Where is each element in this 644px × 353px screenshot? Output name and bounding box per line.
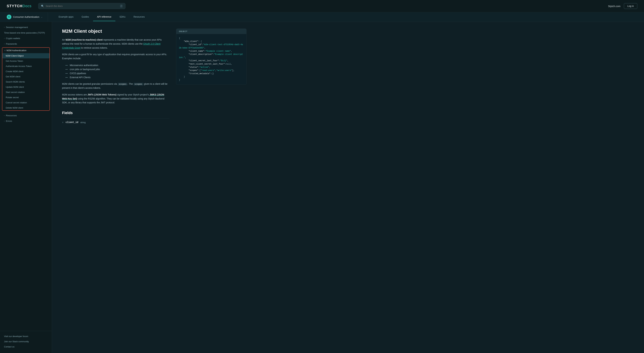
code-content: { "m2m_client": { "client_id":"m2m-clien… (176, 34, 246, 85)
nav-context-chevron-icon: ⌄ (41, 16, 42, 18)
sidebar-item-label: Passwords (6, 43, 17, 45)
sidebar-footer-developer-forum[interactable]: Visit our developer forum (0, 334, 52, 339)
sidebar-item-label: Time-based one-time passcodes (TOTP) (4, 32, 45, 34)
list-item: — cron jobs or background jobs (66, 67, 170, 71)
content-description-4: M2M access tokens are JWTs (JSON Web Tok… (62, 93, 170, 105)
sidebar-item-resources[interactable]: › Resources (0, 113, 52, 118)
bullet-dash: — (66, 76, 68, 79)
tab-example-apps[interactable]: Example apps (54, 13, 78, 21)
content-inner: M2M Client object An M2M (machine-to-mac… (62, 29, 246, 126)
login-button[interactable]: Log in (624, 3, 637, 9)
list-item: — CI/CD pipelines (66, 71, 170, 75)
logo-docs: Docs (22, 4, 32, 8)
sidebar-sub-item-label: Start secret rotation (6, 91, 25, 94)
content-description-1: An M2M (machine-to-machine) client repre… (62, 38, 170, 50)
sidebar-item-get-m2m-client[interactable]: Get M2M client (2, 74, 50, 79)
sidebar-item-create-m2m-client[interactable]: Create M2M client (2, 69, 50, 74)
sidebar-sub-item-label: Get Access Token (6, 60, 23, 62)
field-type: string (80, 121, 86, 124)
navbar: C Consumer Authentication ⌄ Example apps… (0, 12, 644, 22)
bullet-list: — Microservice authentication — cron job… (66, 63, 170, 79)
sidebar-sub-item-label: Update M2M client (6, 86, 24, 88)
sidebar-sub-item-label: Rotate secret (6, 96, 18, 99)
sidebar-item-totp[interactable]: Time-based one-time passcodes (TOTP) (0, 30, 52, 36)
tab-resources[interactable]: Resources (130, 13, 149, 21)
sidebar-item-passwords[interactable]: › Passwords (0, 41, 52, 47)
sidebar-item-label: Crypto wallets (6, 37, 20, 40)
sidebar-sub-item-label: Cancel secret rotation (6, 101, 27, 104)
search-icon: 🔍 (41, 5, 44, 8)
bullet-dash: — (66, 64, 68, 67)
nav-tabs: Example apps Guides API reference SDKs R… (54, 13, 148, 21)
sidebar-item-get-access-token[interactable]: Get Access Token (2, 58, 50, 64)
sidebar-m2m-header[interactable]: ∨ M2M Authentication (2, 48, 50, 53)
field-name: client_id (66, 121, 78, 124)
tab-api-reference[interactable]: API reference (93, 13, 116, 21)
logo-stytch: STYTCH (7, 4, 22, 8)
topbar-right: Stytch.com Log in (608, 3, 637, 9)
sidebar-item-session-management[interactable]: › Session management (0, 25, 52, 30)
bullet-dash: — (66, 72, 68, 75)
content-main: M2M Client object An M2M (machine-to-mac… (62, 29, 170, 126)
chevron-right-icon: › (4, 38, 4, 39)
sidebar-item-rotate-secret[interactable]: Rotate secret (2, 95, 50, 100)
bullet-text: CI/CD pipelines (70, 72, 86, 75)
nav-context[interactable]: C Consumer Authentication ⌄ (7, 12, 48, 22)
sidebar-sub-item-label: Create M2M client (6, 70, 23, 73)
fields-title: Fields (62, 111, 170, 115)
main-layout: › Session management Time-based one-time… (0, 22, 644, 353)
tab-sdks[interactable]: SDKs (116, 13, 130, 21)
sidebar-sub-item-label: Search M2M clients (6, 81, 25, 83)
sidebar-item-errors[interactable]: › Errors (0, 118, 52, 124)
field-chevron-icon: ∨ (62, 121, 64, 124)
sidebar-footer-contact[interactable]: Contact us (0, 344, 52, 349)
bullet-dash: — (66, 68, 68, 71)
oauth-link[interactable]: OAuth 2.0 Client Credentials Grant (62, 43, 160, 49)
code-box-header: OBJECT (176, 29, 246, 34)
sidebar-m2m-label: M2M Authentication (6, 49, 26, 52)
sidebar-item-m2m-client-object[interactable]: M2M Client Object (2, 53, 50, 58)
content-area: M2M Client object An M2M (machine-to-mac… (52, 22, 644, 353)
bullet-text: Microservice authentication (70, 64, 98, 67)
sidebar-item-label: Resources (6, 114, 17, 117)
sidebar-item-cancel-secret-rotation[interactable]: Cancel secret rotation (2, 100, 50, 105)
search-bar[interactable]: 🔍 / (38, 3, 126, 9)
sidebar-sub-item-label: Authenticate Access Token (6, 65, 32, 68)
sidebar-item-delete-m2m-client[interactable]: Delete M2M client (2, 105, 50, 110)
chevron-right-icon: › (4, 43, 4, 45)
bullet-text: External API Clients (70, 76, 90, 79)
bullet-text: cron jobs or background jobs (70, 68, 100, 71)
chevron-right-icon: › (4, 115, 4, 116)
sidebar-item-search-m2m-clients[interactable]: Search M2M clients (2, 79, 50, 84)
sidebar-item-crypto-wallets[interactable]: › Crypto wallets (0, 36, 52, 41)
list-item: — Microservice authentication (66, 63, 170, 67)
sidebar-item-authenticate-access-token[interactable]: Authenticate Access Token (2, 64, 50, 69)
sidebar-item-update-m2m-client[interactable]: Update M2M client (2, 84, 50, 90)
sidebar-footer-label: Join our Slack community (4, 340, 29, 343)
sidebar: › Session management Time-based one-time… (0, 22, 52, 353)
chevron-right-icon: › (4, 26, 4, 28)
field-row-client-id[interactable]: ∨ client_id string (62, 118, 170, 126)
page-title: M2M Client object (62, 29, 170, 34)
scopes-code-2: scopes (134, 83, 144, 86)
content-description-3: M2M clients can be granted granular perm… (62, 82, 170, 90)
list-item: — External API Clients (66, 75, 170, 79)
search-input[interactable] (46, 5, 118, 8)
code-box: OBJECT { "m2m_client": { "client_id":"m2… (176, 29, 246, 85)
sidebar-footer: Visit our developer forum Join our Slack… (0, 331, 52, 352)
sidebar-footer-slack[interactable]: Join our Slack community (0, 339, 52, 344)
stytch-com-link[interactable]: Stytch.com (608, 5, 620, 8)
logo: STYTCH Docs (7, 4, 32, 8)
sidebar-item-label: Errors (6, 120, 12, 122)
sidebar-footer-label: Contact us (4, 345, 14, 348)
nav-context-icon: C (7, 15, 12, 19)
sidebar-sub-item-label: M2M Client Object (6, 55, 24, 57)
topbar: STYTCH Docs 🔍 / Stytch.com Log in (0, 0, 644, 12)
code-panel: OBJECT { "m2m_client": { "client_id":"m2… (176, 29, 246, 126)
sidebar-item-start-secret-rotation[interactable]: Start secret rotation (2, 90, 50, 95)
scopes-code-1: scopes (118, 83, 128, 86)
sidebar-m2m-section: ∨ M2M Authentication M2M Client Object G… (2, 47, 50, 111)
tab-guides[interactable]: Guides (78, 13, 93, 21)
sidebar-sub-item-label: Get M2M client (6, 75, 20, 78)
sidebar-footer-label: Visit our developer forum (4, 335, 28, 337)
